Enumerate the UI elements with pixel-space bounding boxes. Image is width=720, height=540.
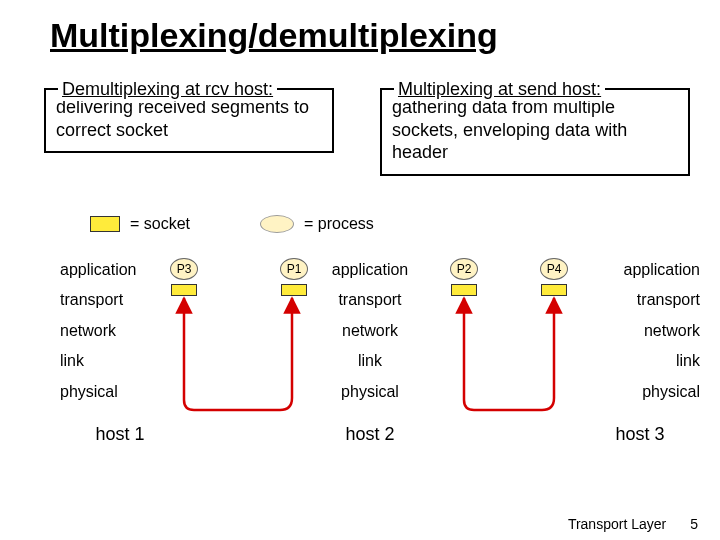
socket-icon [541, 284, 567, 296]
layer-label: application [580, 255, 700, 285]
layer-label: link [310, 346, 430, 376]
footer-page: 5 [690, 516, 698, 532]
footer: Transport Layer 5 [568, 516, 698, 532]
process-swatch-icon [260, 215, 294, 233]
host-label: host 2 [310, 417, 430, 451]
process-p1: P1 [280, 258, 308, 280]
demux-box: Demultiplexing at rcv host: delivering r… [44, 88, 334, 153]
stack-host2: application transport network link physi… [310, 255, 430, 451]
layer-label: physical [310, 377, 430, 407]
stacks-area: application transport network link physi… [0, 255, 720, 515]
process-p4: P4 [540, 258, 568, 280]
demux-box-body: delivering received segments to correct … [56, 96, 322, 141]
stack-host3: application transport network link physi… [580, 255, 700, 451]
layer-label: network [580, 316, 700, 346]
socket-icon [451, 284, 477, 296]
layer-label: network [310, 316, 430, 346]
layer-label: link [580, 346, 700, 376]
layer-label: physical [580, 377, 700, 407]
slide-title: Multiplexing/demultiplexing [50, 16, 498, 55]
host-label: host 3 [580, 417, 700, 451]
stack-host1: application transport network link physi… [60, 255, 180, 451]
legend-process-label: = process [304, 215, 374, 233]
layer-label: transport [310, 285, 430, 315]
layer-label: physical [60, 377, 180, 407]
socket-icon [171, 284, 197, 296]
legend-row: = socket = process [90, 215, 374, 233]
socket-swatch-icon [90, 216, 120, 232]
layer-label: transport [580, 285, 700, 315]
layer-label: application [310, 255, 430, 285]
layer-label: application [60, 255, 180, 285]
mux-box-body: gathering data from multiple sockets, en… [392, 96, 678, 164]
footer-label: Transport Layer [568, 516, 666, 532]
layer-label: network [60, 316, 180, 346]
host-label: host 1 [60, 417, 180, 451]
process-p2: P2 [450, 258, 478, 280]
socket-icon [281, 284, 307, 296]
process-p3: P3 [170, 258, 198, 280]
mux-box-legend: Multiplexing at send host: [394, 78, 605, 101]
mux-box: Multiplexing at send host: gathering dat… [380, 88, 690, 176]
demux-box-legend: Demultiplexing at rcv host: [58, 78, 277, 101]
layer-label: link [60, 346, 180, 376]
legend-socket-label: = socket [130, 215, 190, 233]
layer-label: transport [60, 285, 180, 315]
